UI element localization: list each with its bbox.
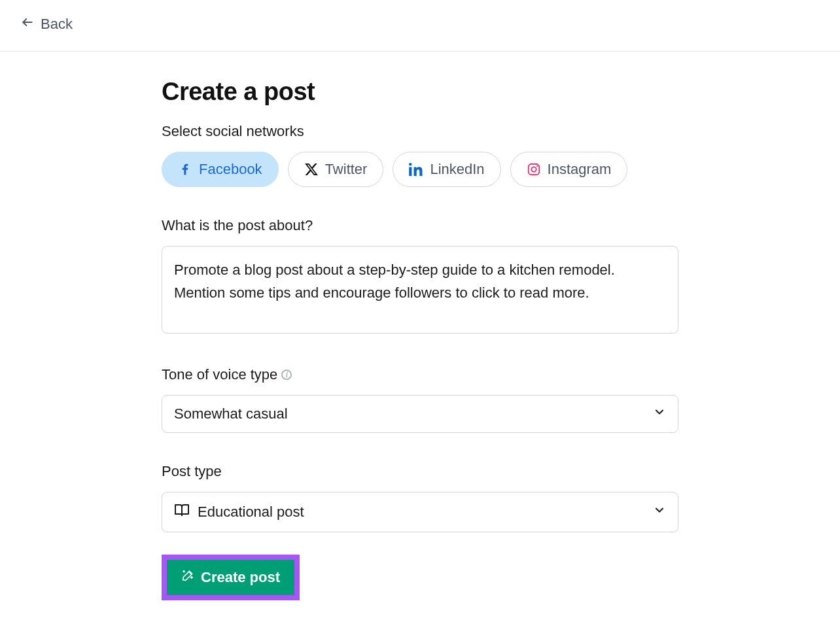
- network-pill-facebook[interactable]: Facebook: [162, 152, 279, 187]
- header: Back: [0, 0, 840, 52]
- tone-select-value: Somewhat casual: [174, 405, 288, 422]
- network-pill-twitter[interactable]: Twitter: [288, 152, 384, 187]
- magic-wand-icon: [181, 569, 194, 586]
- back-button[interactable]: Back: [21, 16, 73, 33]
- tone-label-text: Tone of voice type: [162, 366, 277, 383]
- post-type-select[interactable]: Educational post: [162, 492, 678, 532]
- linkedin-icon: [409, 162, 423, 177]
- network-pill-label: Facebook: [199, 161, 262, 178]
- create-post-button[interactable]: Create post: [167, 560, 294, 595]
- tone-label: Tone of voice type i: [162, 366, 678, 383]
- svg-point-2: [531, 167, 536, 171]
- twitter-icon: [304, 162, 319, 177]
- network-pill-instagram[interactable]: Instagram: [510, 152, 628, 187]
- post-type-label: Post type: [162, 463, 678, 480]
- tone-select[interactable]: Somewhat casual: [162, 395, 678, 433]
- post-about-textarea[interactable]: [162, 246, 678, 334]
- post-type-select-value: Educational post: [198, 504, 304, 521]
- main-content: Create a post Select social networks Fac…: [162, 52, 678, 618]
- network-pill-label: LinkedIn: [430, 161, 484, 178]
- info-icon[interactable]: i: [281, 369, 292, 380]
- social-network-selector: Facebook Twitter LinkedIn Instagram: [162, 152, 678, 187]
- create-post-label: Create post: [201, 569, 280, 586]
- book-icon: [174, 502, 190, 522]
- svg-point-3: [536, 165, 538, 167]
- facebook-icon: [178, 162, 192, 177]
- page-title: Create a post: [162, 78, 678, 106]
- arrow-left-icon: [21, 16, 34, 33]
- network-pill-label: Instagram: [548, 161, 612, 178]
- network-pill-label: Twitter: [325, 161, 368, 178]
- about-label: What is the post about?: [162, 217, 678, 234]
- networks-label: Select social networks: [162, 123, 678, 140]
- instagram-icon: [527, 162, 541, 177]
- highlight-annotation: Create post: [162, 555, 300, 600]
- chevron-down-icon: [653, 504, 666, 521]
- chevron-down-icon: [653, 405, 666, 422]
- network-pill-linkedin[interactable]: LinkedIn: [393, 152, 500, 187]
- back-label: Back: [41, 16, 73, 33]
